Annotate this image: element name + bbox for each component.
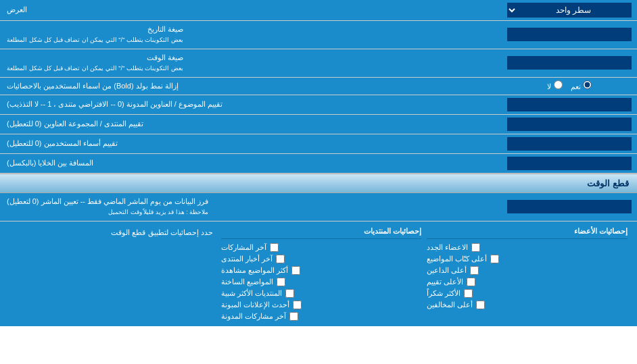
forum-stat-checkbox-5[interactable] [293,301,302,309]
bold-no-radio[interactable] [554,80,563,89]
bold-remove-radio-cell: لا نعم [502,78,637,95]
date-format-input[interactable]: d-m [507,28,632,41]
time-format-row: صيغة الوقتبعض التكوينات يتطلب "/" التي ي… [0,49,637,78]
time-format-label: صيغة الوقتبعض التكوينات يتطلب "/" التي ي… [0,49,502,77]
stats-section: حدد إحصائيات لتطبيق قطع الوقت إحصائيات ا… [0,222,637,326]
member-stat-checkbox-0[interactable] [471,243,480,252]
forum-stat-checkbox-2[interactable] [291,266,300,275]
forum-stats-column: إحصائيات المنتديات آخر المشاركات آخر أخب… [218,226,425,322]
cell-spacing-input[interactable]: 2 [507,157,632,170]
member-stat-item-4: الأكثر شكراً [427,288,628,299]
topic-titles-input[interactable]: 33 [507,98,632,111]
date-format-input-cell: d-m [502,21,637,49]
member-stat-checkbox-1[interactable] [490,255,499,263]
forum-stat-checkbox-3[interactable] [277,278,285,286]
member-stat-item-5: أعلى المخالفين [427,299,628,311]
time-cut-row: فرز البيانات من يوم الماشر الماضي فقط --… [0,193,637,222]
bold-remove-row: إزالة نمط بولد (Bold) من اسماء المستخدمي… [0,78,637,95]
forum-titles-row: تقييم المنتدى / المجموعة العناوين (0 للت… [0,115,637,134]
member-stat-item-0: الاعضاء الجدد [427,242,628,253]
forum-stat-item-2: أكثر المواضيع مشاهدة [221,265,422,276]
forum-stat-item-5: أحدث الإعلانات المبونة [221,299,422,311]
cell-spacing-input-cell: 2 [502,154,637,173]
usernames-input[interactable]: 0 [507,137,632,151]
forum-stat-checkbox-4[interactable] [285,289,294,298]
member-stat-item-1: أعلى كتّاب المواضيع [427,253,628,265]
member-stats-column: إحصائيات الأعضاء الاعضاء الجدد أعلى كتّا… [424,226,630,311]
member-stat-checkbox-2[interactable] [470,266,479,275]
member-stat-item-2: أعلى الداعين [427,265,628,276]
cell-spacing-label: المسافة بين الخلايا (بالبكسل) [0,154,502,173]
forum-stat-checkbox-1[interactable] [276,255,285,263]
usernames-input-cell: 0 [502,134,637,153]
stats-limit-label: حدد إحصائيات لتطبيق قطع الوقت [7,226,218,240]
top-row: العرض سطر واحد سطران ثلاثة أسطر [0,0,637,21]
time-format-input[interactable]: H:i [507,56,632,70]
forum-titles-input[interactable]: 33 [507,118,632,131]
time-cut-input[interactable]: 0 [507,200,632,213]
forum-stat-item-3: المواضيع الساخنة [221,276,422,288]
bold-no-label: لا [547,80,562,91]
usernames-label: تقييم أسماء المستخدمين (0 للتعطيل) [0,134,502,153]
forum-stat-checkbox-6[interactable] [289,312,298,321]
bold-yes-radio[interactable] [583,80,592,89]
forum-stat-item-4: المنتديات الأكثر شبية [221,288,422,299]
top-label: العرض [0,0,502,20]
topic-titles-row: تقييم الموضوع / العناوين المدونة (0 -- ا… [0,95,637,115]
time-cut-label: فرز البيانات من يوم الماشر الماضي فقط --… [0,193,502,221]
date-format-label: صيغة التاريخبعض التكوينات يتطلب "/" التي… [0,21,502,49]
topic-titles-label: تقييم الموضوع / العناوين المدونة (0 -- ا… [0,95,502,114]
main-container: العرض سطر واحد سطران ثلاثة أسطر صيغة الت… [0,0,637,326]
usernames-row: تقييم أسماء المستخدمين (0 للتعطيل) 0 [0,134,637,154]
forum-titles-label: تقييم المنتدى / المجموعة العناوين (0 للت… [0,115,502,134]
member-stat-checkbox-3[interactable] [467,278,475,286]
display-dropdown-cell: سطر واحد سطران ثلاثة أسطر [502,0,637,20]
date-format-row: صيغة التاريخبعض التكوينات يتطلب "/" التي… [0,21,637,49]
time-cut-section-header: قطع الوقت [0,174,637,193]
bold-yes-label: نعم [571,80,592,91]
forum-stat-item-1: آخر أخبار المنتدى [221,253,422,265]
display-dropdown[interactable]: سطر واحد سطران ثلاثة أسطر [507,3,632,18]
forum-stats-header: إحصائيات المنتديات [221,226,422,239]
topic-titles-input-cell: 33 [502,95,637,114]
member-stats-header: إحصائيات الأعضاء [427,226,628,239]
forum-stat-item-6: آخر مشاركات المدونة [221,311,422,322]
time-format-input-cell: H:i [502,49,637,77]
member-stat-checkbox-4[interactable] [464,289,473,298]
time-cut-input-cell: 0 [502,193,637,221]
member-stat-checkbox-5[interactable] [476,301,485,309]
forum-stat-item-0: آخر المشاركات [221,242,422,253]
cell-spacing-row: المسافة بين الخلايا (بالبكسل) 2 [0,154,637,174]
forum-stat-checkbox-0[interactable] [270,243,279,252]
forum-titles-input-cell: 33 [502,115,637,134]
member-stat-item-3: الأعلى تقييم [427,276,628,288]
bold-remove-label: إزالة نمط بولد (Bold) من اسماء المستخدمي… [0,78,502,95]
